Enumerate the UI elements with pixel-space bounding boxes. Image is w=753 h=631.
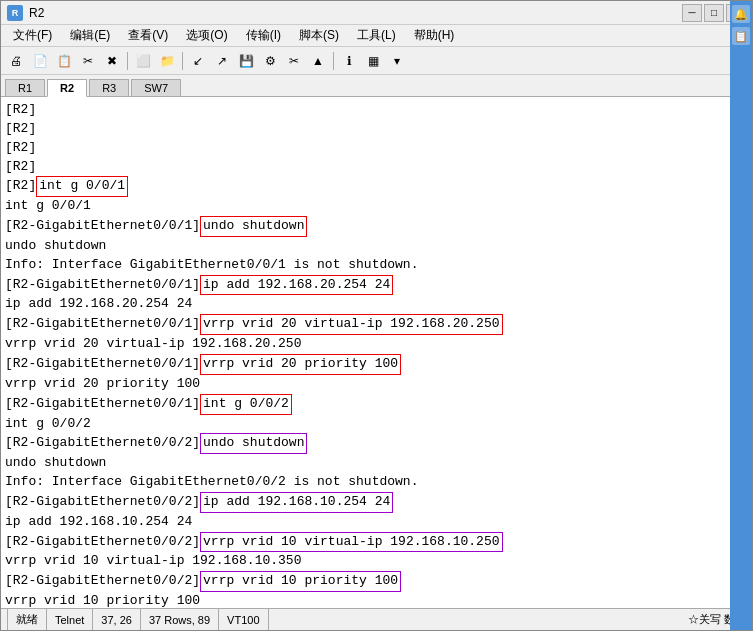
toolbar-separator-2: [182, 52, 183, 70]
window-title: R2: [29, 6, 682, 20]
terminal-line-25: [R2-GigabitEthernet0/0/2]vrrp vrid 10 pr…: [5, 571, 748, 592]
toolbar-btn-12[interactable]: ✂: [283, 50, 305, 72]
terminal-line-20: Info: Interface GigabitEthernet0/0/2 is …: [5, 473, 748, 492]
terminal-line-21: [R2-GigabitEthernet0/0/2]ip add 192.168.…: [5, 492, 748, 513]
terminal-line-19: undo shutdown: [5, 454, 748, 473]
terminal-line-2: [R2]: [5, 120, 748, 139]
toolbar-btn-5[interactable]: ✖: [101, 50, 123, 72]
menu-transfer[interactable]: 传输(I): [238, 25, 289, 46]
terminal-line-1: [R2]: [5, 101, 748, 120]
status-bar: 就绪 Telnet 37, 26 37 Rows, 89 VT100 ☆关写 数…: [1, 608, 752, 630]
status-dimensions: 37 Rows, 89: [141, 609, 219, 630]
terminal-line-26: vrrp vrid 10 priority 100: [5, 592, 748, 608]
cmd-box-int-g001: int g 0/0/1: [36, 176, 128, 197]
terminal-line-24: vrrp vrid 10 virtual-ip 192.168.10.350: [5, 552, 748, 571]
cmd-box-vrrp-vrid-10-prio: vrrp vrid 10 priority 100: [200, 571, 401, 592]
cmd-box-undo-shutdown-1: undo shutdown: [200, 216, 307, 237]
terminal-line-8: undo shutdown: [5, 237, 748, 256]
menu-help[interactable]: 帮助(H): [406, 25, 463, 46]
terminal-line-15: vrrp vrid 20 priority 100: [5, 375, 748, 394]
terminal-line-4: [R2]: [5, 158, 748, 177]
terminal-line-6: int g 0/0/1: [5, 197, 748, 216]
tab-bar: R1 R2 R3 SW7: [1, 75, 752, 97]
toolbar-btn-6[interactable]: ⬜: [132, 50, 154, 72]
toolbar-separator-3: [333, 52, 334, 70]
terminal-line-12: [R2-GigabitEthernet0/0/1]vrrp vrid 20 vi…: [5, 314, 748, 335]
menu-script[interactable]: 脚本(S): [291, 25, 347, 46]
cmd-box-vrrp-vrid-10-vip: vrrp vrid 10 virtual-ip 192.168.10.250: [200, 532, 502, 553]
menu-tools[interactable]: 工具(L): [349, 25, 404, 46]
status-connection: Telnet: [47, 609, 93, 630]
cmd-box-ip-add-10: ip add 192.168.10.254 24: [200, 492, 393, 513]
toolbar-btn-4[interactable]: ✂: [77, 50, 99, 72]
main-window: 🔔 📋 R R2 ─ □ ✕ 文件(F) 编辑(E) 查看(V) 选项(O) 传…: [0, 0, 753, 631]
menu-view[interactable]: 查看(V): [120, 25, 176, 46]
terminal-content: [R2] [R2] [R2] [R2] [R2]int g 0/0/1 int …: [5, 101, 748, 608]
menu-bar: 文件(F) 编辑(E) 查看(V) 选项(O) 传输(I) 脚本(S) 工具(L…: [1, 25, 752, 47]
app-icon: R: [7, 5, 23, 21]
terminal-line-5: [R2]int g 0/0/1: [5, 176, 748, 197]
toolbar-btn-15[interactable]: ▦: [362, 50, 384, 72]
right-panel: 🔔 📋: [730, 1, 752, 630]
menu-edit[interactable]: 编辑(E): [62, 25, 118, 46]
tab-r2[interactable]: R2: [47, 79, 87, 97]
toolbar-btn-14[interactable]: ℹ: [338, 50, 360, 72]
terminal-line-23: [R2-GigabitEthernet0/0/2]vrrp vrid 10 vi…: [5, 532, 748, 553]
toolbar: 🖨 📄 📋 ✂ ✖ ⬜ 📁 ↙ ↗ 💾 ⚙ ✂ ▲ ℹ ▦ ▾: [1, 47, 752, 75]
cmd-box-undo-shutdown-2: undo shutdown: [200, 433, 307, 454]
tab-sw7[interactable]: SW7: [131, 79, 181, 96]
cmd-box-vrrp-vrid-20-prio: vrrp vrid 20 priority 100: [200, 354, 401, 375]
toolbar-btn-10[interactable]: 💾: [235, 50, 257, 72]
cmd-box-int-g002: int g 0/0/2: [200, 394, 292, 415]
terminal-line-16: [R2-GigabitEthernet0/0/1]int g 0/0/2: [5, 394, 748, 415]
terminal-line-22: ip add 192.168.10.254 24: [5, 513, 748, 532]
tab-r1[interactable]: R1: [5, 79, 45, 96]
menu-options[interactable]: 选项(O): [178, 25, 235, 46]
tab-r3[interactable]: R3: [89, 79, 129, 96]
status-ready: 就绪: [7, 609, 47, 630]
terminal-line-11: ip add 192.168.20.254 24: [5, 295, 748, 314]
toolbar-btn-3[interactable]: 📋: [53, 50, 75, 72]
notification-bell-icon[interactable]: 🔔: [732, 5, 750, 23]
terminal-line-9: Info: Interface GigabitEthernet0/0/1 is …: [5, 256, 748, 275]
cmd-box-vrrp-vrid-20-vip: vrrp vrid 20 virtual-ip 192.168.20.250: [200, 314, 502, 335]
menu-file[interactable]: 文件(F): [5, 25, 60, 46]
toolbar-btn-1[interactable]: 🖨: [5, 50, 27, 72]
terminal-line-3: [R2]: [5, 139, 748, 158]
cmd-box-ip-add-20: ip add 192.168.20.254 24: [200, 275, 393, 296]
title-bar: R R2 ─ □ ✕: [1, 1, 752, 25]
toolbar-btn-7[interactable]: 📁: [156, 50, 178, 72]
toolbar-btn-2[interactable]: 📄: [29, 50, 51, 72]
status-coords: 37, 26: [93, 609, 141, 630]
terminal-line-17: int g 0/0/2: [5, 415, 748, 434]
terminal-line-18: [R2-GigabitEthernet0/0/2]undo shutdown: [5, 433, 748, 454]
maximize-button[interactable]: □: [704, 4, 724, 22]
toolbar-btn-8[interactable]: ↙: [187, 50, 209, 72]
toolbar-btn-9[interactable]: ↗: [211, 50, 233, 72]
terminal-line-10: [R2-GigabitEthernet0/0/1]ip add 192.168.…: [5, 275, 748, 296]
terminal-line-7: [R2-GigabitEthernet0/0/1]undo shutdown: [5, 216, 748, 237]
minimize-button[interactable]: ─: [682, 4, 702, 22]
toolbar-separator-1: [127, 52, 128, 70]
panel-icon-2[interactable]: 📋: [732, 27, 750, 45]
terminal-line-13: vrrp vrid 20 virtual-ip 192.168.20.250: [5, 335, 748, 354]
toolbar-btn-13[interactable]: ▲: [307, 50, 329, 72]
terminal-line-14: [R2-GigabitEthernet0/0/1]vrrp vrid 20 pr…: [5, 354, 748, 375]
terminal-area[interactable]: [R2] [R2] [R2] [R2] [R2]int g 0/0/1 int …: [1, 97, 752, 608]
status-terminal-type: VT100: [219, 609, 268, 630]
toolbar-btn-11[interactable]: ⚙: [259, 50, 281, 72]
toolbar-btn-16[interactable]: ▾: [386, 50, 408, 72]
